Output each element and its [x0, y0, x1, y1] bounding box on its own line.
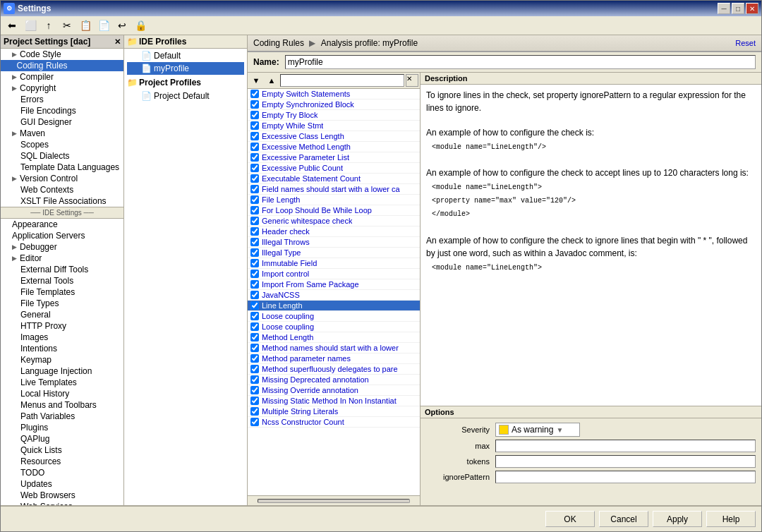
description-content[interactable]: To ignore lines in the check, set proper…	[421, 85, 761, 406]
profiles-scroll[interactable]: 📄 Default 📄 myProfile 📁 Project Profiles…	[124, 49, 247, 505]
rule-item[interactable]: Ncss Constructor Count	[248, 417, 420, 428]
rule-item[interactable]: Multiple String Literals	[248, 406, 420, 417]
cancel-button[interactable]: Cancel	[599, 511, 648, 527]
tree-item-scopes[interactable]: Scopes	[1, 139, 123, 150]
rule-item[interactable]: Method names should start with a lower	[248, 343, 420, 353]
tree-item-web-browsers[interactable]: Web Browsers	[1, 490, 123, 501]
tokens-input[interactable]	[495, 455, 756, 468]
rule-checkbox[interactable]	[250, 418, 259, 426]
tree-item-external-diff[interactable]: External Diff Tools	[1, 264, 123, 275]
name-input[interactable]	[285, 55, 756, 69]
tree-item-general[interactable]: General	[1, 309, 123, 320]
ignore-pattern-input[interactable]	[495, 471, 756, 483]
rule-checkbox[interactable]	[250, 291, 259, 299]
rule-item[interactable]: File Length	[248, 195, 420, 205]
tree-item-external-tools[interactable]: External Tools	[1, 275, 123, 286]
tree-item-local-history[interactable]: Local History	[1, 388, 123, 399]
rules-search-clear-button[interactable]: ✕	[406, 74, 418, 87]
rule-item[interactable]: Loose coupling	[248, 311, 420, 322]
rule-item[interactable]: Empty While Stmt	[248, 121, 420, 131]
tree-item-file-types[interactable]: File Types	[1, 298, 123, 309]
tree-item-compiler[interactable]: ▶ Compiler	[1, 71, 123, 83]
toolbar-copy-button[interactable]: 📋	[77, 18, 94, 33]
tree-item-todo[interactable]: TODO	[1, 467, 123, 478]
rule-checkbox[interactable]	[250, 174, 259, 183]
toolbar-up-button[interactable]: ↑	[40, 18, 57, 33]
rule-checkbox[interactable]	[250, 259, 259, 267]
rule-checkbox[interactable]	[250, 386, 259, 394]
profile-item-myprofile[interactable]: 📄 myProfile	[127, 62, 244, 75]
rule-item[interactable]: Executable Statement Count	[248, 174, 420, 184]
tree-item-http-proxy[interactable]: HTTP Proxy	[1, 320, 123, 332]
minimize-button[interactable]: ─	[718, 3, 730, 14]
close-button[interactable]: ✕	[746, 3, 758, 14]
profile-item-project-default[interactable]: 📄 Project Default	[124, 90, 247, 102]
rule-checkbox[interactable]	[250, 100, 259, 109]
rule-checkbox[interactable]	[250, 375, 259, 384]
rules-list[interactable]: Empty Switch Statements Empty Synchroniz…	[248, 89, 420, 495]
tree-item-path-vars[interactable]: Path Variables	[1, 411, 123, 422]
apply-button[interactable]: Apply	[653, 511, 702, 527]
rule-item-line-length[interactable]: Line Length	[248, 301, 420, 311]
tree-item-maven[interactable]: ▶ Maven	[1, 128, 123, 139]
max-input[interactable]	[495, 440, 756, 452]
rule-checkbox[interactable]	[250, 238, 259, 246]
rules-search-input[interactable]	[280, 74, 404, 87]
tree-item-xslt-assoc[interactable]: XSLT File Associations	[1, 195, 123, 207]
rule-item[interactable]: Header check	[248, 226, 420, 237]
rule-item[interactable]: Method superfluously delegates to pare	[248, 364, 420, 375]
rule-item[interactable]: JavaNCSS	[248, 290, 420, 301]
tree-item-keymap[interactable]: Keymap	[1, 354, 123, 365]
rule-checkbox[interactable]	[250, 143, 259, 151]
rule-checkbox[interactable]	[250, 407, 259, 416]
tree-item-updates[interactable]: Updates	[1, 478, 123, 490]
toolbar-back-button[interactable]: ⬅	[4, 18, 20, 33]
rule-item[interactable]: Missing Static Method In Non Instantiat	[248, 396, 420, 406]
toolbar-forward-button[interactable]: ⬜	[22, 18, 39, 33]
rule-checkbox[interactable]	[250, 397, 259, 405]
tree-item-file-templates[interactable]: File Templates	[1, 286, 123, 298]
tree-item-errors[interactable]: Errors	[1, 94, 123, 105]
rule-item[interactable]: Excessive Parameter List	[248, 152, 420, 163]
tree-item-appearance[interactable]: Appearance	[1, 219, 123, 230]
rule-item[interactable]: Immutable Field	[248, 258, 420, 269]
rule-checkbox[interactable]	[250, 248, 259, 257]
rule-item[interactable]: Missing Override annotation	[248, 385, 420, 396]
left-panel-close-icon[interactable]: ✕	[114, 37, 121, 47]
rule-checkbox[interactable]	[250, 206, 259, 214]
left-panel-scroll[interactable]: ▶ Code Style Coding Rules ▶ Compiler ▶ C…	[1, 49, 123, 505]
rule-item[interactable]: Loose coupling	[248, 322, 420, 332]
tree-item-app-servers[interactable]: Application Servers	[1, 230, 123, 241]
rule-item[interactable]: Excessive Class Length	[248, 131, 420, 142]
reset-link[interactable]: Reset	[735, 39, 756, 47]
rules-horizontal-scrollbar[interactable]	[248, 495, 420, 505]
rule-item[interactable]: Excessive Method Length	[248, 142, 420, 152]
rule-item[interactable]: Import From Same Package	[248, 279, 420, 290]
rule-checkbox[interactable]	[250, 217, 259, 225]
rule-checkbox[interactable]	[250, 185, 259, 193]
rule-item[interactable]: For Loop Should Be While Loop	[248, 205, 420, 216]
rule-item[interactable]: Illegal Throws	[248, 237, 420, 248]
rule-checkbox[interactable]	[250, 322, 259, 331]
rule-item[interactable]: Illegal Type	[248, 248, 420, 258]
tree-item-menus-toolbars[interactable]: Menus and Toolbars	[1, 399, 123, 411]
rule-checkbox[interactable]	[250, 90, 259, 98]
rule-checkbox[interactable]	[250, 354, 259, 363]
rule-checkbox[interactable]	[250, 333, 259, 341]
toolbar-lock-button[interactable]: 🔒	[132, 18, 149, 33]
rule-item[interactable]: Empty Switch Statements	[248, 89, 420, 99]
tree-item-web-contexts[interactable]: Web Contexts	[1, 184, 123, 195]
toolbar-cut-button[interactable]: ✂	[59, 18, 75, 33]
tree-item-lang-injection[interactable]: Language Injection	[1, 365, 123, 377]
rule-checkbox[interactable]	[250, 301, 259, 310]
rule-item[interactable]: Method Length	[248, 332, 420, 343]
tree-item-sql-dialects[interactable]: SQL Dialects	[1, 150, 123, 162]
rule-checkbox[interactable]	[250, 111, 259, 119]
tree-item-file-encodings[interactable]: File Encodings	[1, 105, 123, 116]
rule-checkbox[interactable]	[250, 344, 259, 352]
maximize-button[interactable]: □	[732, 3, 744, 14]
rules-expand-button[interactable]: ▼	[249, 74, 263, 87]
severity-dropdown[interactable]: As warning ▼	[495, 423, 580, 437]
rule-item[interactable]: Generic whitespace check	[248, 216, 420, 226]
rule-item[interactable]: Empty Try Block	[248, 110, 420, 121]
